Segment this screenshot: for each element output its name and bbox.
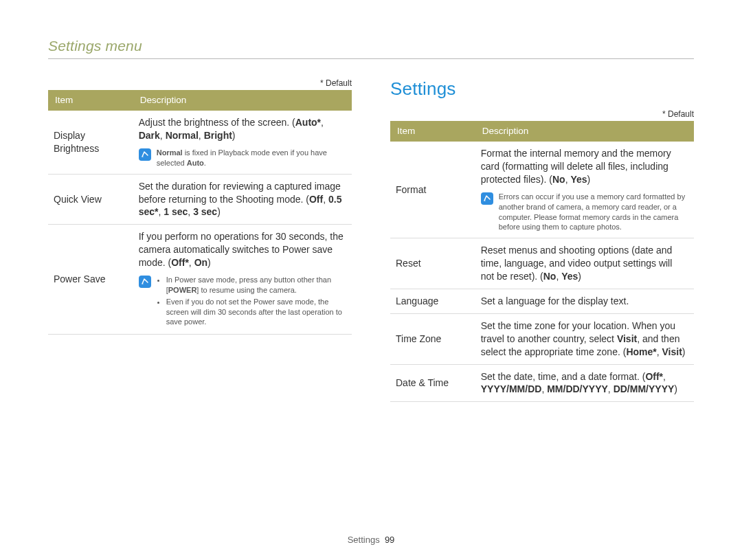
col-item-header: Item xyxy=(390,121,475,142)
note-icon xyxy=(481,192,493,205)
note-icon xyxy=(139,148,151,161)
option: Normal xyxy=(166,130,199,141)
item-label: Language xyxy=(390,289,475,313)
content-columns: * Default Item Description Display Brigh… xyxy=(48,78,694,402)
table-row: Time Zone Set the time zone for your loc… xyxy=(390,313,694,364)
item-desc: Set the time zone for your location. Whe… xyxy=(475,313,694,364)
desc-text: If you perform no operations for 30 seco… xyxy=(139,230,345,269)
option: YYYY/MM/DD xyxy=(481,383,542,394)
option: Off* xyxy=(645,371,663,382)
option: Auto* xyxy=(295,117,321,128)
option: Off* xyxy=(171,257,189,268)
default-caption-left: * Default xyxy=(48,78,352,88)
page-number: 99 xyxy=(385,535,394,545)
left-table: Item Description Display Brightness Adju… xyxy=(48,90,352,335)
desc-text: Set the duration for reviewing a capture… xyxy=(139,180,345,219)
desc-text: Reset menus and shooting options (date a… xyxy=(481,244,687,283)
page-footer: Settings 99 xyxy=(0,535,742,545)
col-item-header: Item xyxy=(48,90,133,111)
note-list: In Power save mode, press any button oth… xyxy=(157,275,345,328)
svg-point-0 xyxy=(142,156,143,157)
table-row: Language Set a language for the display … xyxy=(390,289,694,313)
desc-text: Set a language for the display text. xyxy=(481,295,687,308)
option: Off xyxy=(309,194,323,205)
item-desc: Set the date, time, and a date format. (… xyxy=(475,364,694,402)
option: Yes xyxy=(570,174,587,185)
note-icon xyxy=(139,276,151,288)
item-label: Power Save xyxy=(48,225,133,335)
note-block: Errors can occur if you use a memory car… xyxy=(481,192,687,232)
option: 1 sec xyxy=(164,206,188,217)
note-list-item: Even if you do not set the Power save mo… xyxy=(166,297,345,328)
col-desc-header: Description xyxy=(475,121,694,142)
left-column: * Default Item Description Display Brigh… xyxy=(48,78,352,402)
option: Bright xyxy=(204,130,232,141)
note-list-item: In Power save mode, press any button oth… xyxy=(166,275,345,295)
table-row: Power Save If you perform no operations … xyxy=(48,225,352,335)
option: No xyxy=(543,271,556,282)
note-block: In Power save mode, press any button oth… xyxy=(139,275,345,328)
item-label: Quick View xyxy=(48,174,133,225)
option: No xyxy=(552,174,565,185)
table-row: Display Brightness Adjust the brightness… xyxy=(48,111,352,174)
item-desc: Set a language for the display text. xyxy=(475,289,694,313)
desc-text: Adjust the brightness of the screen. (Au… xyxy=(139,116,345,142)
option: Home* xyxy=(626,346,656,357)
item-desc: Reset menus and shooting options (date a… xyxy=(475,238,694,289)
option: MM/DD/YYYY xyxy=(547,383,608,394)
table-row: Date & Time Set the date, time, and a da… xyxy=(390,364,694,402)
item-label: Reset xyxy=(390,238,475,289)
option: Yes xyxy=(561,271,578,282)
option: DD/MM/YYYY xyxy=(614,383,675,394)
note-block: Normal is fixed in Playback mode even if… xyxy=(139,148,345,168)
item-label: Date & Time xyxy=(390,364,475,402)
option: Dark xyxy=(139,130,160,141)
option: 3 sec xyxy=(193,206,217,217)
note-text: Errors can occur if you use a memory car… xyxy=(499,192,687,232)
section-header: Settings menu xyxy=(48,38,694,59)
desc-text: Set the time zone for your location. Whe… xyxy=(481,320,687,359)
item-label: Format xyxy=(390,142,475,238)
page-title: Settings xyxy=(390,78,694,100)
right-table: Item Description Format Format the inter… xyxy=(390,121,694,402)
svg-point-1 xyxy=(142,283,143,284)
desc-text: Format the internal memory and the memor… xyxy=(481,147,687,186)
item-desc: If you perform no operations for 30 seco… xyxy=(133,225,352,335)
item-label: Time Zone xyxy=(390,313,475,364)
right-column: Settings * Default Item Description Form… xyxy=(390,78,694,402)
desc-pre: Adjust the brightness of the screen. ( xyxy=(139,117,295,128)
desc-text: Set the date, time, and a date format. (… xyxy=(481,370,687,396)
note-text: Normal is fixed in Playback mode even if… xyxy=(157,148,345,168)
item-desc: Format the internal memory and the memor… xyxy=(475,142,694,238)
table-row: Quick View Set the duration for reviewin… xyxy=(48,174,352,225)
desc-post: ) xyxy=(232,130,236,141)
item-label: Display Brightness xyxy=(48,111,133,174)
footer-label: Settings xyxy=(348,535,380,545)
default-caption-right: * Default xyxy=(390,109,694,119)
table-row: Reset Reset menus and shooting options (… xyxy=(390,238,694,289)
col-desc-header: Description xyxy=(133,90,352,111)
option: On xyxy=(194,257,207,268)
table-row: Format Format the internal memory and th… xyxy=(390,142,694,238)
svg-point-2 xyxy=(484,200,485,201)
item-desc: Set the duration for reviewing a capture… xyxy=(133,174,352,225)
page: Settings menu * Default Item Description… xyxy=(0,0,742,560)
option: Visit xyxy=(662,346,682,357)
item-desc: Adjust the brightness of the screen. (Au… xyxy=(133,111,352,174)
